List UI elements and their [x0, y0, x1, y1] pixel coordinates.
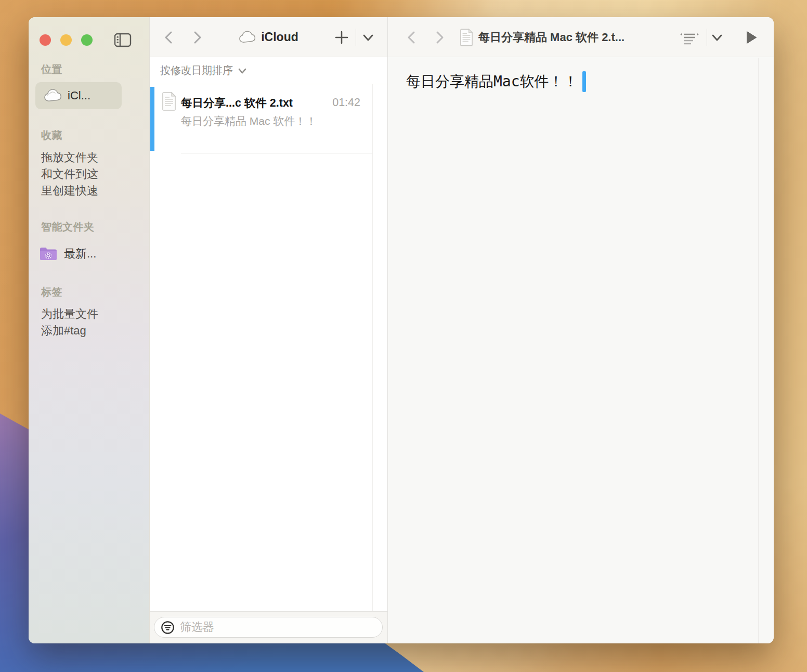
tags-section-header: 标签: [41, 285, 62, 299]
outline-indent-icon: [679, 30, 700, 46]
sidebar-item-icloud[interactable]: iCl...: [35, 82, 122, 109]
sidebar-item-label: 最新...: [64, 246, 96, 262]
favorites-hint-text: 拖放文件夹 和文件到这 里创建快速: [41, 149, 98, 199]
row-separator: [181, 153, 373, 153]
plus-icon: [334, 30, 349, 45]
app-window: 位置 iCl... 收藏 拖放文件夹 和文件到这 里创建快速 智能文件夹 最新.…: [29, 17, 774, 643]
chevron-down-icon: [710, 31, 724, 44]
favorites-section-header: 收藏: [41, 128, 62, 143]
play-icon: [745, 30, 758, 45]
sidebar-item-label: iCl...: [68, 89, 90, 102]
document-title-group: 每日分享精品 Mac 软件 2.t...: [460, 17, 624, 57]
window-controls: [40, 32, 132, 48]
filter-icon: [161, 621, 175, 635]
toolbar-divider: [707, 29, 707, 46]
back-button[interactable]: [404, 30, 420, 45]
list-scrollbar-gutter: [372, 84, 373, 611]
cloud-icon: [44, 89, 62, 102]
toolbar-divider: [356, 29, 356, 46]
sort-order-label: 按修改日期排序: [160, 63, 233, 77]
document-icon: [162, 92, 176, 111]
text-cursor: [582, 71, 586, 92]
file-preview-text: 每日分享精品 Mac 软件！！: [181, 114, 317, 128]
zoom-window-button[interactable]: [81, 34, 93, 46]
filter-input[interactable]: [180, 621, 367, 634]
new-document-button[interactable]: [334, 30, 349, 45]
filter-bar: [150, 611, 387, 643]
file-list-item[interactable]: 每日分享...c 软件 2.txt 01:42 每日分享精品 Mac 软件！！: [150, 84, 373, 153]
forward-button[interactable]: [432, 30, 447, 45]
editor-text: 每日分享精品Mac软件！！: [406, 72, 578, 92]
sidebar-toggle-icon: [114, 33, 132, 47]
run-preview-button[interactable]: [745, 30, 758, 45]
cloud-icon: [239, 31, 256, 44]
outline-button[interactable]: [679, 30, 700, 46]
sidebar-toggle-button[interactable]: [114, 33, 132, 47]
chevron-down-icon: [237, 66, 248, 75]
chevron-right-icon: [432, 30, 447, 45]
tags-hint-text: 为批量文件 添加#tag: [41, 306, 98, 339]
folder-title[interactable]: iCloud: [150, 17, 387, 57]
chevron-down-icon: [361, 31, 375, 44]
selection-indicator: [150, 87, 154, 151]
locations-section-header: 位置: [41, 62, 62, 76]
more-options-button[interactable]: [710, 31, 724, 44]
smart-folder-icon: [39, 246, 58, 262]
close-window-button[interactable]: [40, 34, 51, 46]
sidebar: 位置 iCl... 收藏 拖放文件夹 和文件到这 里创建快速 智能文件夹 最新.…: [29, 17, 149, 643]
file-list-toolbar: iCloud: [150, 17, 387, 57]
document-title: 每日分享精品 Mac 软件 2.t...: [478, 30, 624, 45]
folder-title-label: iCloud: [261, 30, 298, 44]
file-list: 每日分享...c 软件 2.txt 01:42 每日分享精品 Mac 软件！！: [150, 84, 387, 611]
file-list-pane: iCloud 按修改日期排序: [149, 17, 387, 643]
filter-field-container[interactable]: [154, 617, 383, 638]
smart-folders-section-header: 智能文件夹: [41, 220, 95, 234]
sidebar-item-smart-folder[interactable]: 最新...: [39, 242, 96, 266]
document-icon: [460, 29, 473, 46]
file-modified-time: 01:42: [332, 96, 360, 109]
editor-scrollbar-gutter: [758, 58, 759, 643]
more-options-button[interactable]: [361, 31, 375, 44]
file-name: 每日分享...c 软件 2.txt: [181, 95, 293, 110]
chevron-left-icon: [404, 30, 420, 45]
editor-pane: 每日分享精品 Mac 软件 2.t...: [387, 17, 774, 643]
minimize-window-button[interactable]: [60, 34, 72, 46]
text-editor-area[interactable]: 每日分享精品Mac软件！！: [388, 58, 774, 643]
editor-toolbar: 每日分享精品 Mac 软件 2.t...: [388, 17, 774, 57]
sort-order-button[interactable]: 按修改日期排序: [150, 57, 387, 84]
